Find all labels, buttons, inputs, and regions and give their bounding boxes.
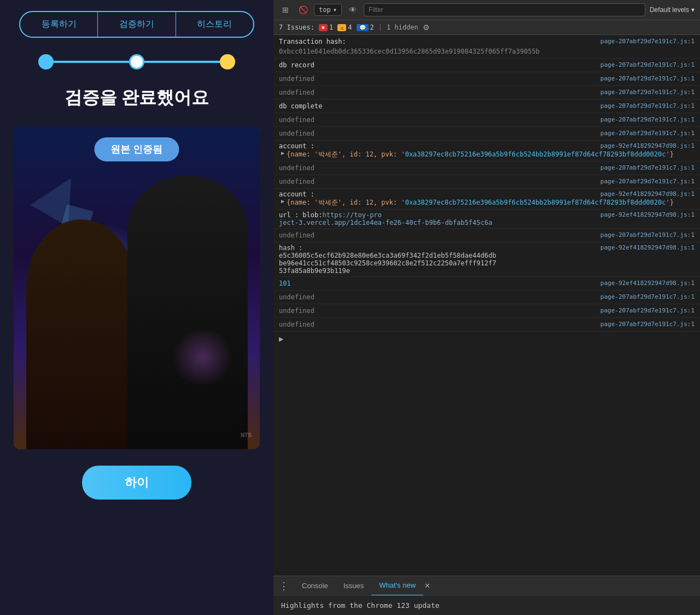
- log-row: undefined page-207abf29d7e191c7.js:1: [273, 318, 700, 332]
- url-header: url : blob:https://toy-project-3.vercel.…: [279, 211, 695, 227]
- log-row-expandable: account : page-92ef418292947d98.js:1 ▶ {…: [273, 141, 700, 161]
- person-right-silhouette: [127, 176, 248, 449]
- info-number: 2: [370, 24, 374, 31]
- tab-console[interactable]: Console: [294, 576, 336, 596]
- eye-icon[interactable]: 👁: [346, 3, 359, 16]
- log-content: undefined: [279, 306, 595, 316]
- info-count: 💬 2: [357, 24, 374, 31]
- warning-count: ⚠ 4: [337, 24, 352, 31]
- expandable-header-2: account : page-92ef418292947d98.js:1: [279, 190, 695, 198]
- hash-value: e5c36005c5ecf62b928e80e6e3ca3a69f342f2d1…: [279, 252, 695, 275]
- blob-url-link[interactable]: https://toy-project-3.vercel.app/1dc1e4e…: [279, 211, 492, 227]
- log-row: undefined page-207abf29d7e191c7.js:1: [273, 291, 700, 304]
- page-title: 검증을 완료했어요: [65, 86, 209, 110]
- chevron-down-icon-levels: ▾: [691, 6, 695, 14]
- log-link[interactable]: page-92ef418292947d98.js:1: [600, 211, 695, 218]
- expand-triangle-icon-2[interactable]: ▶: [281, 198, 284, 204]
- log-link[interactable]: page-92ef418292947d98.js:1: [600, 190, 695, 198]
- close-tab-button[interactable]: ✕: [423, 582, 431, 590]
- log-link[interactable]: page-207abf29d7e191c7.js:1: [600, 60, 695, 70]
- hash-label: hash :: [279, 244, 302, 252]
- stepper: [38, 54, 235, 69]
- log-content: undefined: [279, 320, 595, 329]
- person-left-silhouette: [26, 219, 136, 449]
- log-content: url : blob:https://toy-project-3.vercel.…: [279, 211, 595, 227]
- separator: |: [378, 24, 382, 31]
- console-prompt: ▶: [273, 332, 700, 346]
- log-link[interactable]: page-92ef418292947d98.js:1: [600, 279, 695, 288]
- log-row: db record page-207abf29d7e191c7.js:1: [273, 59, 700, 72]
- tab-issues-label: Issues: [343, 582, 364, 590]
- step-1: [38, 54, 54, 69]
- step-2: [129, 54, 144, 69]
- log-link[interactable]: page-207abf29d7e191c7.js:1: [600, 177, 695, 187]
- log-link[interactable]: page-207abf29d7e191c7.js:1: [600, 115, 695, 125]
- error-count: ✖ 1: [319, 24, 333, 31]
- whats-new-text: Highlights from the Chrome 123 update: [281, 601, 440, 610]
- tab-whats-new[interactable]: What's new: [371, 576, 423, 596]
- log-row: undefined page-207abf29d7e191c7.js:1: [273, 175, 700, 189]
- error-badge: ✖: [319, 24, 328, 31]
- log-link[interactable]: page-207abf29d7e191c7.js:1: [600, 74, 695, 84]
- log-link[interactable]: page-92ef418292947d98.js:1: [600, 244, 695, 251]
- log-object-content: {name: '박세준', id: 12, pvk: '0xa38297ec8c…: [287, 150, 695, 159]
- chevron-down-icon: ▾: [333, 6, 337, 14]
- log-link[interactable]: page-207abf29d7e191c7.js:1: [600, 129, 695, 138]
- log-object-content-2: {name: '박세준', id: 12, pvk: '0xa38297ec8c…: [287, 198, 695, 207]
- warning-badge: ⚠: [337, 24, 346, 31]
- log-link[interactable]: page-207abf29d7e191c7.js:1: [600, 292, 695, 302]
- log-content: undefined: [279, 74, 595, 84]
- history-button[interactable]: 히스토리: [176, 12, 253, 37]
- log-link[interactable]: page-207abf29d7e191c7.js:1: [600, 320, 695, 329]
- photo-container: NTS 원본 인증됨: [14, 126, 260, 449]
- left-panel: 등록하기 검증하기 히스토리 검증을 완료했어요 NTS 원본 인증됨 하이: [0, 0, 273, 615]
- devtools-panel: ⊞ 🚫 top ▾ 👁 Default levels ▾ 7 Issues: ✖…: [273, 0, 700, 615]
- tab-console-label: Console: [302, 582, 328, 590]
- log-content: db complete: [279, 101, 595, 111]
- photo-placeholder: NTS: [14, 126, 260, 449]
- bottom-action-button[interactable]: 하이: [82, 466, 191, 500]
- default-levels-label: Default levels: [650, 6, 689, 14]
- clear-console-icon[interactable]: 🚫: [296, 3, 310, 16]
- log-link[interactable]: page-207abf29d7e191c7.js:1: [600, 88, 695, 97]
- log-content: undefined: [279, 88, 595, 97]
- log-link[interactable]: page-207abf29d7e191c7.js:1: [600, 163, 695, 173]
- register-button[interactable]: 등록하기: [20, 12, 98, 37]
- hash-header: hash : page-92ef418292947d98.js:1: [279, 244, 695, 252]
- default-levels-button[interactable]: Default levels ▾: [650, 6, 695, 14]
- expandable-body: ▶ {name: '박세준', id: 12, pvk: '0xa38297ec…: [279, 150, 695, 159]
- log-row: undefined page-207abf29d7e191c7.js:1: [273, 229, 700, 242]
- expandable-body-2: ▶ {name: '박세준', id: 12, pvk: '0xa38297ec…: [279, 198, 695, 207]
- top-frame-selector[interactable]: top ▾: [314, 4, 342, 16]
- log-content: undefined: [279, 129, 595, 138]
- whats-new-bar: Highlights from the Chrome 123 update: [273, 595, 700, 615]
- bottom-menu-icon[interactable]: ⋮: [279, 580, 289, 592]
- log-link[interactable]: page-207abf29d7e191c7.js:1: [600, 37, 695, 47]
- log-row: undefined page-207abf29d7e191c7.js:1: [273, 86, 700, 100]
- log-link[interactable]: page-207abf29d7e191c7.js:1: [600, 101, 695, 111]
- issues-settings-icon[interactable]: ⚙: [423, 23, 430, 32]
- log-content: undefined: [279, 230, 595, 240]
- issues-bar: 7 Issues: ✖ 1 ⚠ 4 💬 2 | 1 hidden ⚙: [273, 20, 700, 35]
- log-link[interactable]: page-207abf29d7e191c7.js:1: [600, 306, 695, 316]
- log-row: db complete page-207abf29d7e191c7.js:1: [273, 100, 700, 113]
- info-badge: 💬: [357, 24, 369, 31]
- top-frame-label: top: [319, 6, 331, 14]
- console-log-area[interactable]: Transaction hash:0xbcc011e641edb0dc36533…: [273, 35, 700, 576]
- log-content: 101: [279, 279, 595, 288]
- tab-issues[interactable]: Issues: [336, 576, 372, 596]
- expand-triangle-icon[interactable]: ▶: [281, 150, 284, 156]
- log-content: undefined: [279, 115, 595, 125]
- verify-button[interactable]: 검증하기: [98, 12, 176, 37]
- filter-input[interactable]: [364, 3, 645, 16]
- expandable-header: account : page-92ef418292947d98.js:1: [279, 142, 695, 150]
- tab-whats-new-label: What's new: [379, 581, 416, 589]
- step-3: [220, 54, 235, 69]
- log-link[interactable]: page-92ef418292947d98.js:1: [600, 142, 695, 149]
- log-row: Transaction hash:0xbcc011e641edb0dc36533…: [273, 35, 700, 59]
- log-content: undefined: [279, 177, 595, 187]
- original-badge: 원본 인증됨: [94, 137, 179, 161]
- panel-layout-icon[interactable]: ⊞: [279, 3, 292, 16]
- log-content: Transaction hash:0xbcc011e641edb0dc36533…: [279, 37, 595, 56]
- log-link[interactable]: page-207abf29d7e191c7.js:1: [600, 230, 695, 240]
